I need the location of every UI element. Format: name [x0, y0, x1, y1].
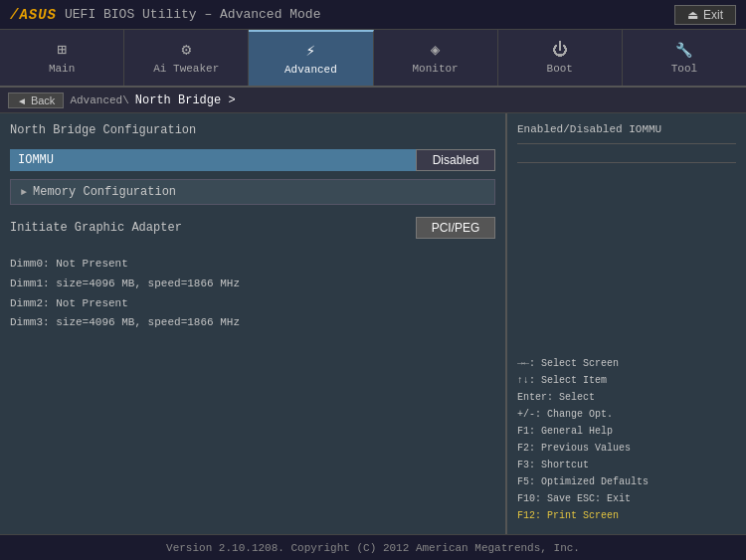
iommu-row: IOMMU Disabled — [10, 149, 495, 171]
shortcut-6: F3: Shortcut — [517, 457, 736, 473]
breadcrumb-current: North Bridge > — [135, 93, 236, 107]
tab-tool[interactable]: Tool — [623, 30, 746, 86]
tab-main[interactable]: Main — [0, 30, 124, 86]
chevron-icon — [21, 185, 27, 199]
shortcut-1: ↑↓: Select Item — [517, 372, 736, 389]
title-bar: /ASUS UEFI BIOS Utility – Advanced Mode … — [0, 0, 746, 30]
title-bar-text: UEFI BIOS Utility – Advanced Mode — [65, 7, 320, 22]
tweaker-icon — [181, 41, 191, 59]
graphic-adapter-value-button[interactable]: PCI/PEG — [416, 217, 495, 239]
tool-icon — [675, 41, 692, 59]
tab-boot[interactable]: Boot — [498, 30, 623, 86]
breadcrumb: Back Advanced\ North Bridge > — [0, 88, 746, 113]
shortcuts: →←: Select Screen ↑↓: Select Item Enter:… — [517, 355, 736, 524]
left-panel: North Bridge Configuration IOMMU Disable… — [0, 113, 507, 534]
title-bar-left: /ASUS UEFI BIOS Utility – Advanced Mode — [10, 7, 320, 23]
shortcut-8: F10: Save ESC: Exit — [517, 490, 736, 507]
back-icon — [17, 94, 27, 106]
right-panel: Enabled/Disabled IOMMU →←: Select Screen… — [507, 113, 746, 534]
tab-tool-label: Tool — [671, 63, 697, 75]
graphic-adapter-label: Initiate Graphic Adapter — [10, 221, 416, 235]
boot-icon — [552, 41, 568, 59]
dimm3-line: Dimm3: size=4096 MB, speed=1866 MHz — [10, 313, 495, 333]
tab-monitor[interactable]: Monitor — [374, 30, 498, 86]
iommu-label: IOMMU — [10, 149, 416, 171]
tab-ai-tweaker[interactable]: Ai Tweaker — [124, 30, 249, 86]
tab-boot-label: Boot — [547, 63, 573, 75]
shortcut-0: →←: Select Screen — [517, 355, 736, 372]
dimm2-line: Dimm2: Not Present — [10, 294, 495, 314]
back-label: Back — [31, 94, 55, 106]
tab-advanced[interactable]: Advanced — [249, 30, 373, 86]
memory-config-label: Memory Configuration — [33, 185, 176, 199]
section-title: North Bridge Configuration — [10, 123, 495, 137]
monitor-icon — [431, 41, 441, 59]
status-text: Version 2.10.1208. Copyright (C) 2012 Am… — [166, 542, 580, 554]
shortcut-4: F1: General Help — [517, 423, 736, 440]
shortcut-7: F5: Optimized Defaults — [517, 473, 736, 490]
memory-config-item[interactable]: Memory Configuration — [10, 179, 495, 205]
status-bar: Version 2.10.1208. Copyright (C) 2012 Am… — [0, 534, 746, 560]
tab-ai-tweaker-label: Ai Tweaker — [153, 63, 219, 75]
exit-icon — [687, 8, 698, 22]
tab-monitor-label: Monitor — [412, 63, 458, 75]
dimm1-line: Dimm1: size=4096 MB, speed=1866 MHz — [10, 275, 495, 294]
shortcut-5: F2: Previous Values — [517, 440, 736, 457]
shortcut-3: +/-: Change Opt. — [517, 406, 736, 423]
help-text: Enabled/Disabled IOMMU — [517, 123, 736, 144]
advanced-icon — [306, 42, 316, 60]
nav-tabs: Main Ai Tweaker Advanced Monitor Boot To… — [0, 30, 746, 88]
iommu-value-button[interactable]: Disabled — [416, 149, 495, 171]
exit-label: Exit — [703, 8, 723, 22]
tab-advanced-label: Advanced — [284, 64, 337, 76]
exit-button[interactable]: Exit — [674, 5, 736, 25]
dimm-info: Dimm0: Not Present Dimm1: size=4096 MB, … — [10, 255, 495, 333]
back-button[interactable]: Back — [8, 93, 64, 108]
shortcut-2: Enter: Select — [517, 389, 736, 406]
shortcut-9: F12: Print Screen — [517, 507, 736, 524]
breadcrumb-path: Advanced\ — [70, 94, 128, 106]
asus-logo: /ASUS — [10, 7, 57, 23]
main-icon — [57, 41, 67, 59]
tab-main-label: Main — [49, 63, 75, 75]
dimm0-line: Dimm0: Not Present — [10, 255, 495, 275]
divider — [517, 162, 736, 163]
graphic-adapter-row: Initiate Graphic Adapter PCI/PEG — [10, 217, 495, 239]
main-content: North Bridge Configuration IOMMU Disable… — [0, 113, 746, 534]
